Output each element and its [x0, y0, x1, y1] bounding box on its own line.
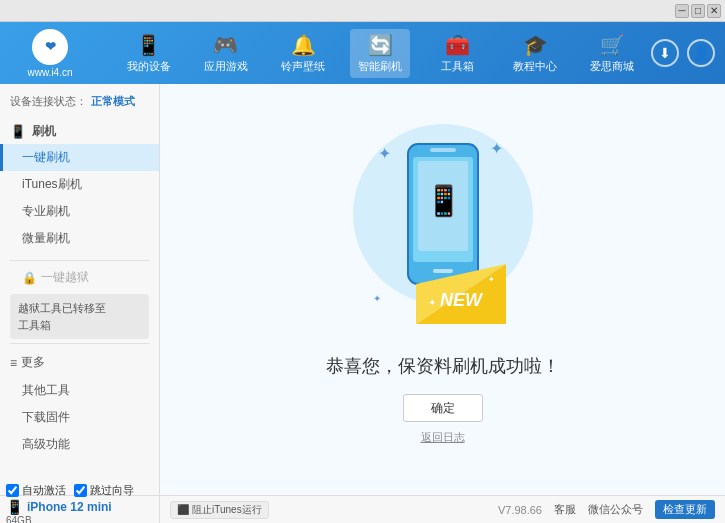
content-area: ✦ ✦ ✦ 📱 NEW — [160, 84, 725, 495]
sidebar-item-itunes-flash[interactable]: iTunes刷机 — [0, 171, 159, 198]
logo-icon: ❤ — [32, 29, 68, 65]
bottom-bar: 自动激活 跳过向导 📱 iPhone 12 mini 64GB Down-12m… — [0, 495, 725, 523]
toolbox-label: 工具箱 — [441, 59, 474, 74]
smart-flash-icon: 🔄 — [368, 33, 393, 57]
smart-flash-label: 智能刷机 — [358, 59, 402, 74]
flash-label: 刷机 — [32, 123, 56, 140]
apps-games-label: 应用游戏 — [204, 59, 248, 74]
jailbreak-notice: 越狱工具已转移至工具箱 — [10, 294, 149, 339]
new-badge: NEW ✦ ✦ — [416, 264, 506, 324]
svg-rect-3 — [430, 148, 456, 152]
nav-item-my-device[interactable]: 📱我的设备 — [119, 29, 179, 78]
bottom-right-panel: V7.98.66 客服 微信公众号 检查更新 — [488, 496, 725, 523]
device-storage: 64GB — [6, 515, 32, 524]
sidebar-item-pro-flash[interactable]: 专业刷机 — [0, 198, 159, 225]
skip-wizard-label: 跳过向导 — [90, 483, 134, 498]
svg-text:✦: ✦ — [488, 275, 495, 284]
divider-1 — [10, 260, 149, 261]
sparkle-3: ✦ — [373, 293, 381, 304]
auto-connect-input[interactable] — [6, 484, 19, 497]
close-button[interactable]: ✕ — [707, 4, 721, 18]
jailbreak-header: 🔒 一键越狱 — [0, 265, 159, 290]
more-section-header: ≡ 更多 — [0, 348, 159, 377]
sidebar-item-one-key-flash[interactable]: 一键刷机 — [0, 144, 159, 171]
my-device-label: 我的设备 — [127, 59, 171, 74]
nav-item-shop[interactable]: 🛒爱思商城 — [582, 29, 642, 78]
flash-icon: 📱 — [10, 124, 26, 139]
device-row: 📱 iPhone 12 mini — [6, 499, 153, 515]
lock-icon: 🔒 — [22, 271, 37, 285]
logo-text: www.i4.cn — [27, 67, 72, 78]
nav-item-apps-games[interactable]: 🎮应用游戏 — [196, 29, 256, 78]
nav-right: ⬇ 👤 — [651, 39, 715, 67]
sidebar: 设备连接状态： 正常模式 📱 刷机 一键刷机 iTunes刷机 专业刷机 微量刷… — [0, 84, 160, 495]
ringtones-label: 铃声壁纸 — [281, 59, 325, 74]
download-button[interactable]: ⬇ — [651, 39, 679, 67]
window-controls[interactable]: ─ □ ✕ — [675, 4, 721, 18]
sidebar-item-advanced[interactable]: 高级功能 — [0, 431, 159, 458]
divider-2 — [10, 343, 149, 344]
tutorials-label: 教程中心 — [513, 59, 557, 74]
main-container: 设备连接状态： 正常模式 📱 刷机 一键刷机 iTunes刷机 专业刷机 微量刷… — [0, 84, 725, 495]
nav-item-smart-flash[interactable]: 🔄智能刷机 — [350, 29, 410, 78]
ringtones-icon: 🔔 — [291, 33, 316, 57]
bottom-center-panel: ⬛ 阻止iTunes运行 — [160, 496, 488, 523]
flash-section-header: 📱 刷机 — [0, 119, 159, 144]
sidebar-item-downgrade-flash[interactable]: 微量刷机 — [0, 225, 159, 252]
status-label: 设备连接状态： — [10, 94, 87, 109]
skip-wizard-input[interactable] — [74, 484, 87, 497]
auto-connect-label: 自动激活 — [22, 483, 66, 498]
confirm-button[interactable]: 确定 — [403, 394, 483, 422]
success-text: 恭喜您，保资料刷机成功啦！ — [326, 354, 560, 378]
sparkle-2: ✦ — [490, 139, 503, 158]
check-update-button[interactable]: 检查更新 — [655, 500, 715, 519]
device-icon: 📱 — [6, 499, 23, 515]
svg-text:NEW: NEW — [440, 290, 484, 310]
svg-text:✦: ✦ — [428, 297, 436, 308]
wechat-link[interactable]: 微信公众号 — [588, 502, 643, 517]
minimize-button[interactable]: ─ — [675, 4, 689, 18]
version-text: V7.98.66 — [498, 504, 542, 516]
more-icon: ≡ — [10, 356, 17, 370]
device-status: 设备连接状态： 正常模式 — [0, 88, 159, 115]
confirm-label: 确定 — [431, 400, 455, 417]
jailbreak-notice-text: 越狱工具已转移至工具箱 — [18, 302, 106, 331]
phone-illustration: ✦ ✦ ✦ 📱 NEW — [363, 134, 523, 334]
nav-item-ringtones[interactable]: 🔔铃声壁纸 — [273, 29, 333, 78]
status-value: 正常模式 — [91, 94, 135, 109]
nav-item-toolbox[interactable]: 🧰工具箱 — [428, 29, 488, 78]
skip-wizard-checkbox[interactable]: 跳过向导 — [74, 483, 134, 498]
apps-games-icon: 🎮 — [213, 33, 238, 57]
sidebar-item-other-tools[interactable]: 其他工具 — [0, 377, 159, 404]
title-bar: ─ □ ✕ — [0, 0, 725, 22]
jailbreak-label: 一键越狱 — [41, 269, 89, 286]
more-label: 更多 — [21, 354, 45, 371]
customer-service-link[interactable]: 客服 — [554, 502, 576, 517]
my-device-icon: 📱 — [136, 33, 161, 57]
device-details: 64GB — [6, 515, 153, 524]
header: ❤ www.i4.cn 📱我的设备🎮应用游戏🔔铃声壁纸🔄智能刷机🧰工具箱🎓教程中… — [0, 22, 725, 84]
maximize-button[interactable]: □ — [691, 4, 705, 18]
bottom-left-panel: 自动激活 跳过向导 📱 iPhone 12 mini 64GB Down-12m… — [0, 496, 160, 523]
itunes-running-button[interactable]: ⬛ 阻止iTunes运行 — [170, 501, 269, 519]
auto-connect-checkbox[interactable]: 自动激活 — [6, 483, 66, 498]
shop-icon: 🛒 — [600, 33, 625, 57]
shop-label: 爱思商城 — [590, 59, 634, 74]
account-button[interactable]: 👤 — [687, 39, 715, 67]
back-home-link[interactable]: 返回日志 — [421, 430, 465, 445]
itunes-icon: ⬛ — [177, 504, 189, 515]
nav-items: 📱我的设备🎮应用游戏🔔铃声壁纸🔄智能刷机🧰工具箱🎓教程中心🛒爱思商城 — [110, 29, 651, 78]
nav-item-tutorials[interactable]: 🎓教程中心 — [505, 29, 565, 78]
logo-area: ❤ www.i4.cn — [10, 29, 90, 78]
svg-text:📱: 📱 — [424, 183, 462, 219]
itunes-label: 阻止iTunes运行 — [192, 503, 262, 517]
sidebar-item-download-firmware[interactable]: 下载固件 — [0, 404, 159, 431]
toolbox-icon: 🧰 — [445, 33, 470, 57]
tutorials-icon: 🎓 — [523, 33, 548, 57]
sparkle-1: ✦ — [378, 144, 391, 163]
device-name: iPhone 12 mini — [27, 500, 112, 514]
flash-section: 📱 刷机 一键刷机 iTunes刷机 专业刷机 微量刷机 — [0, 115, 159, 256]
